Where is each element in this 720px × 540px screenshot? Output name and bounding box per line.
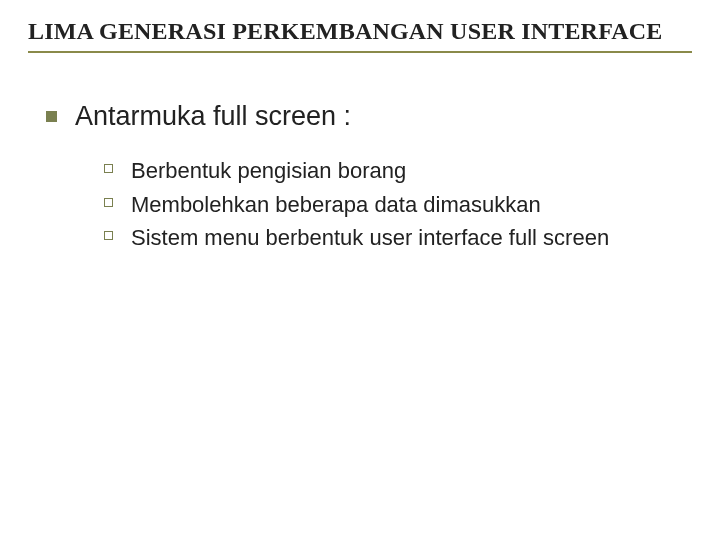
list-item: Berbentuk pengisian borang [104,156,692,186]
sub-list: Berbentuk pengisian borang Membolehkan b… [104,156,692,253]
title-container: LIMA GENERASI PERKEMBANGAN USER INTERFAC… [28,18,692,53]
list-item: Sistem menu berbentuk user interface ful… [104,223,692,253]
slide-title: LIMA GENERASI PERKEMBANGAN USER INTERFAC… [28,18,692,45]
bullet-square-icon [46,111,57,122]
bullet-hollow-icon [104,231,113,240]
bullet-hollow-icon [104,164,113,173]
section: Antarmuka full screen : [46,101,692,132]
list-item-text: Membolehkan beberapa data dimasukkan [131,190,541,220]
list-item-text: Sistem menu berbentuk user interface ful… [131,223,609,253]
list-item-text: Berbentuk pengisian borang [131,156,406,186]
section-heading: Antarmuka full screen : [75,101,351,132]
list-item: Membolehkan beberapa data dimasukkan [104,190,692,220]
bullet-hollow-icon [104,198,113,207]
